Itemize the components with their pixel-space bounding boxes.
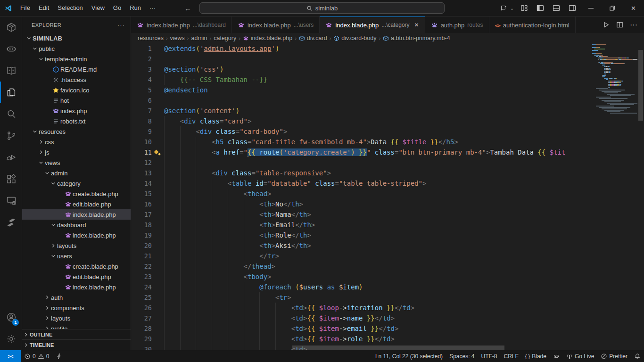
activitybar-item-remote-explorer[interactable] xyxy=(0,190,22,212)
problems-status[interactable]: 0 0 xyxy=(21,350,52,362)
sidebar-more-icon[interactable]: ··· xyxy=(117,21,125,28)
tree-item-public[interactable]: public xyxy=(22,43,131,54)
horizontal-scrollbar-thumb[interactable] xyxy=(292,346,504,350)
tab-authentication-login-html[interactable]: <>authentication-login.html xyxy=(489,16,576,33)
activitybar-item-settings[interactable] xyxy=(0,328,22,350)
tree-item-index.blade.php[interactable]: index.blade.php xyxy=(22,230,131,240)
tree-item-profile[interactable]: profile xyxy=(22,323,131,329)
sidebar-section-outline[interactable]: OUTLINE xyxy=(22,329,131,339)
tree-item-views[interactable]: views xyxy=(22,157,131,168)
tree-item-auth[interactable]: auth xyxy=(22,292,131,303)
tree-item-category[interactable]: category xyxy=(22,178,131,189)
tree-item-readme.md[interactable]: README.md xyxy=(22,64,131,74)
menu-go[interactable]: Go xyxy=(109,0,125,16)
search-input[interactable]: siminlab xyxy=(199,2,445,14)
breadcrumb-item-admin[interactable]: admin xyxy=(191,35,207,41)
breadcrumb-item-views[interactable]: views xyxy=(170,35,185,41)
tree-item-siminlab[interactable]: SIMINLAB xyxy=(22,33,131,43)
tab-index-blade-php[interactable]: index.blade.php...\category✕ xyxy=(320,16,425,33)
status-spaces-4[interactable]: Spaces: 4 xyxy=(446,350,478,362)
settings-icon xyxy=(6,333,17,345)
tree-item-create.blade.php[interactable]: create.blade.php xyxy=(22,189,131,199)
menu-selection[interactable]: Selection xyxy=(53,0,87,16)
tree-item-index.blade.php[interactable]: index.blade.php xyxy=(22,282,131,292)
customize-layout-icon[interactable] xyxy=(516,0,532,16)
code-line: 4{{-- CSS Tambahan --}} xyxy=(131,74,644,85)
menu-edit[interactable]: Edit xyxy=(34,0,53,16)
status-utf-8[interactable]: UTF-8 xyxy=(478,350,501,362)
tree-item-js[interactable]: js xyxy=(22,147,131,157)
toggle-secondary-sidebar-icon[interactable] xyxy=(564,0,580,16)
tree-item-edit.blade.php[interactable]: edit.blade.php xyxy=(22,272,131,282)
activitybar-item-accounts[interactable]: 1 xyxy=(0,306,22,328)
tab-auth-php[interactable]: auth.phproutes xyxy=(425,16,489,33)
activitybar-item-extensions[interactable] xyxy=(0,168,22,190)
toggle-sidebar-icon[interactable] xyxy=(532,0,548,16)
breadcrumb-item-category[interactable]: category xyxy=(214,35,236,41)
activitybar-item-search[interactable] xyxy=(0,103,22,125)
breadcrumb[interactable]: resources›views›admin›category›index.bla… xyxy=(131,33,644,43)
activitybar-item-source-control[interactable] xyxy=(0,125,22,147)
status-ln-11-col-22-30-selected[interactable]: Ln 11, Col 22 (30 selected) xyxy=(372,350,446,362)
breadcrumb-item-div-card[interactable]: div.card xyxy=(299,35,327,41)
run-button[interactable] xyxy=(603,21,610,28)
editor-more-actions-icon[interactable]: ··· xyxy=(630,21,637,29)
sidebar-section-timeline[interactable]: TIMELINE xyxy=(22,339,131,350)
tree-item-dashboard[interactable]: dashboard xyxy=(22,220,131,230)
nav-back-icon[interactable]: ← xyxy=(184,4,191,12)
code-editor[interactable]: 1@extends('admin.layouts.app')23@section… xyxy=(131,43,644,350)
tab-close-icon[interactable]: ✕ xyxy=(414,22,419,28)
tree-item-layouts[interactable]: layouts xyxy=(22,240,131,251)
tab-index-blade-php[interactable]: index.blade.php...\dashboard xyxy=(131,16,232,33)
activitybar-item-run-debug[interactable] xyxy=(0,147,22,168)
status-crlf[interactable]: CRLF xyxy=(501,350,522,362)
tree-item-hot[interactable]: hot xyxy=(22,95,131,106)
breadcrumb-item-index-blade-php[interactable]: index.blade.php xyxy=(243,35,292,41)
tree-item-layouts[interactable]: layouts xyxy=(22,313,131,323)
tree-item-create.blade.php[interactable]: create.blade.php xyxy=(22,261,131,272)
tree-item-robots.txt[interactable]: robots.txt xyxy=(22,116,131,126)
activitybar-item-explorer[interactable] xyxy=(0,82,22,103)
chevron-down-icon[interactable]: ⌄ xyxy=(508,0,516,16)
tab-index-blade-php[interactable]: index.blade.php...\users xyxy=(232,16,320,33)
tree-item-edit.blade.php[interactable]: edit.blade.php xyxy=(22,199,131,209)
tree-item-index.blade.php[interactable]: index.blade.php xyxy=(22,209,131,220)
thunder-client-icon[interactable] xyxy=(52,350,66,362)
vertical-scrollbar[interactable] xyxy=(637,43,644,350)
menu-file[interactable]: File xyxy=(16,0,34,16)
breadcrumb-item-resources[interactable]: resources xyxy=(138,35,164,41)
copilot-sparkle-icon[interactable] xyxy=(155,149,160,155)
vertical-scrollbar-thumb[interactable] xyxy=(638,50,643,121)
tree-item-.htaccess[interactable]: .htaccess xyxy=(22,74,131,85)
tree-item-css[interactable]: css xyxy=(22,137,131,147)
tree-item-resources[interactable]: resources xyxy=(22,126,131,137)
activitybar-item-docs-book[interactable] xyxy=(0,60,22,82)
activitybar-item-copilot[interactable] xyxy=(0,38,22,60)
status-bell[interactable] xyxy=(631,350,644,362)
split-editor-icon[interactable] xyxy=(616,21,623,28)
menu-run[interactable]: Run xyxy=(125,0,145,16)
tree-item-favicon.ico[interactable]: favicon.ico xyxy=(22,85,131,95)
status-go-live[interactable]: Go Live xyxy=(563,350,597,362)
close-button[interactable]: ✕ xyxy=(623,0,644,16)
tree-item-users[interactable]: users xyxy=(22,251,131,261)
status-prettier[interactable]: Prettier xyxy=(597,350,631,362)
indent-guide xyxy=(180,199,181,209)
tree-item-template-admin[interactable]: template-admin xyxy=(22,54,131,64)
breadcrumb-item-a-btn-btn-primary-mb-4[interactable]: a.btn.btn-primary.mb-4 xyxy=(383,35,450,41)
tree-item-index.php[interactable]: index.php xyxy=(22,106,131,116)
remote-indicator[interactable]: >< xyxy=(0,350,21,362)
menu-view[interactable]: View xyxy=(87,0,109,16)
status-copilot-sm[interactable] xyxy=(550,350,563,362)
menu-[interactable]: ··· xyxy=(145,0,160,16)
activitybar-item-dev-container[interactable] xyxy=(0,16,22,38)
minimize-button[interactable] xyxy=(580,0,602,16)
status-blade[interactable]: { }Blade xyxy=(522,350,550,362)
restore-button[interactable] xyxy=(602,0,623,16)
minimap[interactable] xyxy=(592,44,637,350)
tree-item-components[interactable]: components xyxy=(22,303,131,313)
toggle-panel-icon[interactable] xyxy=(548,0,564,16)
breadcrumb-item-div-card-body[interactable]: div.card-body xyxy=(333,35,376,41)
tree-item-admin[interactable]: admin xyxy=(22,168,131,178)
activitybar-item-s-logo[interactable] xyxy=(0,212,22,233)
